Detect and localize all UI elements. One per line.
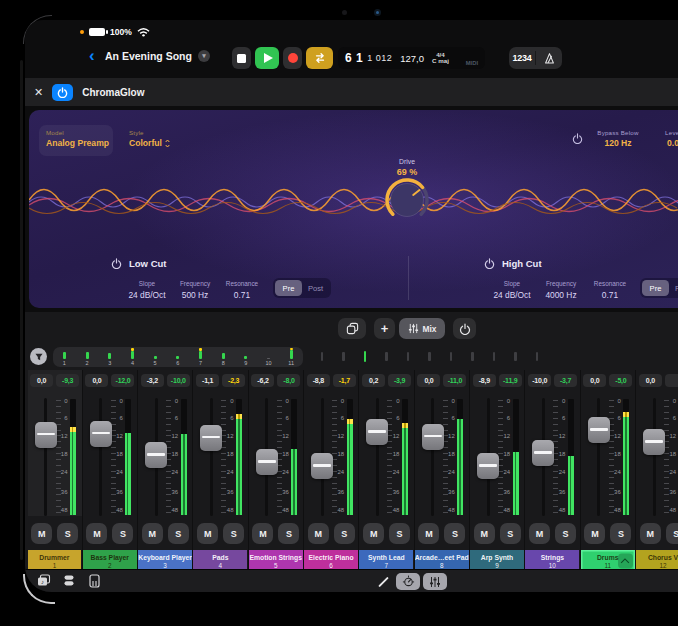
mute-button[interactable]: M xyxy=(142,523,163,544)
overview-meter[interactable]: 7 xyxy=(189,347,212,367)
overview-meter[interactable]: 5 xyxy=(144,347,167,367)
model-selector[interactable]: Model Analog Preamp xyxy=(39,125,113,156)
mute-button[interactable]: M xyxy=(363,523,384,544)
mute-button[interactable]: M xyxy=(640,523,661,544)
track-filter-button[interactable] xyxy=(30,348,47,365)
overview-meter[interactable]: 6 xyxy=(166,347,189,367)
highcut-resonance[interactable]: Resonance 0.71 xyxy=(585,280,635,300)
highcut-power-icon[interactable] xyxy=(484,258,495,269)
overview-meter[interactable]: 1 xyxy=(53,347,76,367)
mute-button[interactable]: M xyxy=(197,523,218,544)
fader-handle[interactable] xyxy=(422,424,444,450)
pre-option[interactable]: Pre xyxy=(642,280,669,296)
mute-button[interactable]: M xyxy=(529,523,550,544)
lowcut-frequency[interactable]: Frequency 500 Hz xyxy=(170,280,220,300)
lowcut-resonance[interactable]: Resonance 0.71 xyxy=(217,280,267,300)
fader-zone: 0 6 12 18 24 36 48 xyxy=(304,396,358,518)
value-badges: 0,0 -5,0 xyxy=(581,370,635,396)
drive-knob[interactable] xyxy=(383,176,431,224)
back-chevron-icon[interactable]: ‹ xyxy=(89,46,95,66)
fader-handle[interactable] xyxy=(145,442,167,468)
keyboard-button[interactable] xyxy=(89,574,100,588)
mute-button[interactable]: M xyxy=(474,523,495,544)
overview-meter[interactable]: 10 xyxy=(257,347,280,367)
highcut-slope[interactable]: Slope 24 dB/Oct xyxy=(487,280,537,300)
bypass-power-icon[interactable] xyxy=(572,133,583,144)
fader-handle[interactable] xyxy=(588,417,610,443)
plugin-power-button[interactable] xyxy=(52,84,73,101)
db-scale: 0 6 12 18 24 36 48 xyxy=(105,396,123,518)
solo-button[interactable]: S xyxy=(278,523,299,544)
fader-handle[interactable] xyxy=(311,453,333,479)
solo-button[interactable]: S xyxy=(555,523,576,544)
mix-button[interactable]: Mix xyxy=(399,318,445,339)
close-icon[interactable]: ✕ xyxy=(34,86,43,99)
duplicate-button[interactable] xyxy=(338,318,366,339)
song-title-menu[interactable]: An Evening Song ▾ xyxy=(105,50,210,62)
solo-button[interactable]: S xyxy=(500,523,521,544)
highcut-frequency[interactable]: Frequency 4000 Hz xyxy=(536,280,586,300)
mute-button[interactable]: M xyxy=(584,523,605,544)
solo-button[interactable]: S xyxy=(610,523,631,544)
plugins-button[interactable] xyxy=(63,574,75,587)
solo-button[interactable]: S xyxy=(112,523,133,544)
mute-button[interactable]: M xyxy=(252,523,273,544)
overview-meter[interactable]: 4 xyxy=(121,347,144,367)
lowcut-slope[interactable]: Slope 24 dB/Oct xyxy=(122,280,172,300)
solo-button[interactable]: S xyxy=(57,523,78,544)
solo-button[interactable]: S xyxy=(444,523,465,544)
highcut-prepost-toggle[interactable]: Pre Post xyxy=(640,278,678,298)
track-name: Strings xyxy=(541,554,564,561)
post-option[interactable]: Post xyxy=(669,280,678,296)
fader-handle[interactable] xyxy=(200,425,222,451)
overview-meter[interactable]: 2 xyxy=(76,347,99,367)
overview-track-number: 4 xyxy=(121,360,144,366)
overview-meter[interactable]: 8 xyxy=(212,347,235,367)
stop-button[interactable] xyxy=(232,47,251,69)
overview-meter[interactable]: 11 xyxy=(280,347,303,367)
track-name: Drums xyxy=(597,554,619,561)
mute-button[interactable]: M xyxy=(308,523,329,544)
lcd-display[interactable]: 6 1 1 012 127,0 4/4 C maj MIDI xyxy=(338,47,485,69)
mute-button[interactable]: M xyxy=(31,523,52,544)
solo-button[interactable]: S xyxy=(389,523,410,544)
style-selector[interactable]: Style Colorful xyxy=(129,129,170,148)
bypass-below-control[interactable]: Bypass Below 120 Hz xyxy=(586,129,650,148)
solo-button[interactable]: S xyxy=(168,523,189,544)
mixer-power-button[interactable] xyxy=(453,318,476,339)
fader-handle[interactable] xyxy=(477,453,499,479)
record-button[interactable] xyxy=(283,47,302,69)
solo-button[interactable]: S xyxy=(666,523,678,544)
post-option[interactable]: Post xyxy=(302,280,329,296)
fader-handle[interactable] xyxy=(90,421,112,447)
fader-handle[interactable] xyxy=(366,419,388,445)
fader-handle[interactable] xyxy=(643,429,665,455)
add-button[interactable]: + xyxy=(374,318,395,339)
solo-button[interactable]: S xyxy=(334,523,355,544)
metronome-button[interactable] xyxy=(536,52,562,65)
fader-handle[interactable] xyxy=(256,449,278,475)
overview-meter[interactable]: 3 xyxy=(98,347,121,367)
lowcut-prepost-toggle[interactable]: Pre Post xyxy=(273,278,331,298)
mute-button[interactable]: M xyxy=(418,523,439,544)
mute-button[interactable]: M xyxy=(86,523,107,544)
controls-view-button[interactable] xyxy=(396,573,420,590)
waveform-display xyxy=(29,168,678,238)
overview-meter[interactable]: 9 xyxy=(235,347,258,367)
channel-strip: -10,0 -3,7 0 6 12 18 24 36 xyxy=(525,370,580,570)
fader-handle[interactable] xyxy=(35,422,57,448)
count-in-button[interactable]: 1234 xyxy=(509,53,535,63)
bottom-toolbar: ♪ xyxy=(25,569,678,592)
lowcut-power-icon[interactable] xyxy=(111,258,122,269)
play-button[interactable] xyxy=(255,47,279,69)
pre-option[interactable]: Pre xyxy=(275,280,302,296)
fader-handle[interactable] xyxy=(532,440,554,466)
gain-badge: 0,0 xyxy=(583,374,606,387)
level-control[interactable]: Level 0.0 xyxy=(650,129,678,148)
mixer-view-button[interactable] xyxy=(423,573,447,590)
cycle-button[interactable] xyxy=(306,47,333,69)
pencil-icon[interactable] xyxy=(378,577,389,588)
chevron-up-icon[interactable] xyxy=(618,554,633,569)
solo-button[interactable]: S xyxy=(223,523,244,544)
track-overview-meters[interactable]: 1 2 3 4 5 6 7 xyxy=(53,347,303,367)
